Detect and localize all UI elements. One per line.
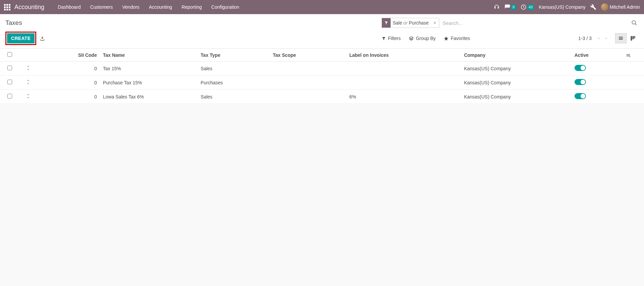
debug-icon[interactable]	[590, 4, 596, 10]
top-navbar: Accounting Dashboard Customers Vendors A…	[0, 0, 644, 14]
table-row[interactable]: 0Lowa Sales Tax 6%Sales6%Kansas(US) Comp…	[0, 90, 644, 104]
row-checkbox[interactable]	[7, 94, 12, 98]
cell-company: Kansas(US) Company	[461, 90, 572, 104]
svg-rect-4	[619, 38, 623, 39]
cell-sii: 0	[37, 62, 100, 76]
svg-line-2	[635, 24, 637, 25]
messages-badge: 9	[511, 5, 516, 10]
drag-handle-icon[interactable]	[27, 66, 30, 70]
activities-icon[interactable]: 43	[521, 4, 534, 10]
support-icon[interactable]	[494, 4, 500, 10]
nav-vendors[interactable]: Vendors	[117, 1, 144, 13]
search-facet: Sale or Purchase ×	[382, 18, 439, 28]
favorites-label: Favorites	[451, 36, 470, 41]
cell-name: Tax 15%	[100, 62, 198, 76]
filter-funnel-icon	[382, 18, 391, 28]
header-label[interactable]: Label on Invoices	[347, 49, 461, 62]
highlight-annotation: CREATE	[5, 32, 36, 45]
active-toggle[interactable]	[575, 79, 586, 85]
apps-icon[interactable]	[4, 4, 10, 10]
pager-text[interactable]: 1-3 / 3	[578, 36, 592, 41]
nav-configuration[interactable]: Configuration	[207, 1, 244, 13]
cell-company: Kansas(US) Company	[461, 62, 572, 76]
svg-rect-8	[634, 36, 635, 38]
header-sii[interactable]: SII Code	[37, 49, 100, 62]
svg-rect-7	[633, 36, 634, 39]
cell-name: Purchase Tax 15%	[100, 76, 198, 90]
cell-company: Kansas(US) Company	[461, 76, 572, 90]
pager-next[interactable]	[603, 36, 609, 41]
nav-accounting[interactable]: Accounting	[144, 1, 177, 13]
cell-type: Sales	[198, 62, 270, 76]
cell-label	[347, 62, 461, 76]
avatar-icon	[601, 3, 608, 11]
control-panel: Taxes Sale or Purchase × CREATE	[0, 14, 644, 49]
cell-type: Sales	[198, 90, 270, 104]
create-button[interactable]: CREATE	[7, 33, 35, 43]
page-title: Taxes	[5, 19, 22, 27]
groupby-label: Group By	[416, 36, 436, 41]
cell-label	[347, 76, 461, 90]
groupby-button[interactable]: Group By	[409, 36, 436, 41]
list-view-button[interactable]	[615, 33, 627, 43]
remove-facet-button[interactable]: ×	[431, 20, 439, 26]
main-menu: Dashboard Customers Vendors Accounting R…	[53, 1, 244, 13]
drag-handle-icon[interactable]	[27, 80, 30, 84]
brand-title[interactable]: Accounting	[14, 4, 44, 11]
active-toggle[interactable]	[575, 93, 586, 99]
facet-value: Sale or Purchase	[391, 20, 431, 26]
header-active[interactable]: Active	[572, 49, 623, 62]
header-scope[interactable]: Tax Scope	[270, 49, 347, 62]
cell-label: 6%	[347, 90, 461, 104]
nav-customers[interactable]: Customers	[86, 1, 118, 13]
header-company[interactable]: Company	[461, 49, 572, 62]
pager-prev[interactable]	[596, 36, 602, 41]
messages-icon[interactable]: 9	[504, 4, 516, 10]
nav-dashboard[interactable]: Dashboard	[53, 1, 86, 13]
row-checkbox[interactable]	[7, 80, 12, 84]
search-icon[interactable]	[630, 20, 639, 26]
company-switcher[interactable]: Kansas(US) Company	[539, 4, 585, 10]
select-all-checkbox[interactable]	[7, 52, 12, 57]
activities-badge: 43	[527, 5, 534, 10]
table-row[interactable]: 0Tax 15%SalesKansas(US) Company	[0, 62, 644, 76]
cell-sii: 0	[37, 90, 100, 104]
import-icon[interactable]	[40, 36, 45, 41]
cell-scope	[270, 90, 347, 104]
drag-handle-icon[interactable]	[27, 94, 30, 98]
filters-button[interactable]: Filters	[382, 36, 401, 41]
cell-scope	[270, 76, 347, 90]
cell-sii: 0	[37, 76, 100, 90]
svg-point-1	[632, 21, 636, 24]
table-header-row: SII Code Tax Name Tax Type Tax Scope Lab…	[0, 49, 644, 62]
kanban-view-button[interactable]	[627, 33, 639, 43]
row-checkbox[interactable]	[7, 66, 12, 70]
svg-rect-3	[619, 37, 623, 37]
user-name: Mitchell Admin	[610, 4, 640, 10]
header-name[interactable]: Tax Name	[100, 49, 198, 62]
cell-type: Purchases	[198, 76, 270, 90]
taxes-table: SII Code Tax Name Tax Type Tax Scope Lab…	[0, 49, 644, 104]
favorites-button[interactable]: Favorites	[444, 36, 470, 41]
nav-reporting[interactable]: Reporting	[177, 1, 207, 13]
header-type[interactable]: Tax Type	[198, 49, 270, 62]
cell-scope	[270, 62, 347, 76]
svg-rect-6	[631, 36, 632, 40]
cell-name: Lowa Sales Tax 6%	[100, 90, 198, 104]
table-row[interactable]: 0Purchase Tax 15%PurchasesKansas(US) Com…	[0, 76, 644, 90]
optional-columns-icon[interactable]	[626, 53, 641, 57]
search-input[interactable]	[441, 19, 630, 27]
filters-label: Filters	[388, 36, 401, 41]
svg-rect-5	[619, 39, 623, 40]
active-toggle[interactable]	[575, 65, 586, 71]
user-menu[interactable]: Mitchell Admin	[601, 3, 640, 11]
